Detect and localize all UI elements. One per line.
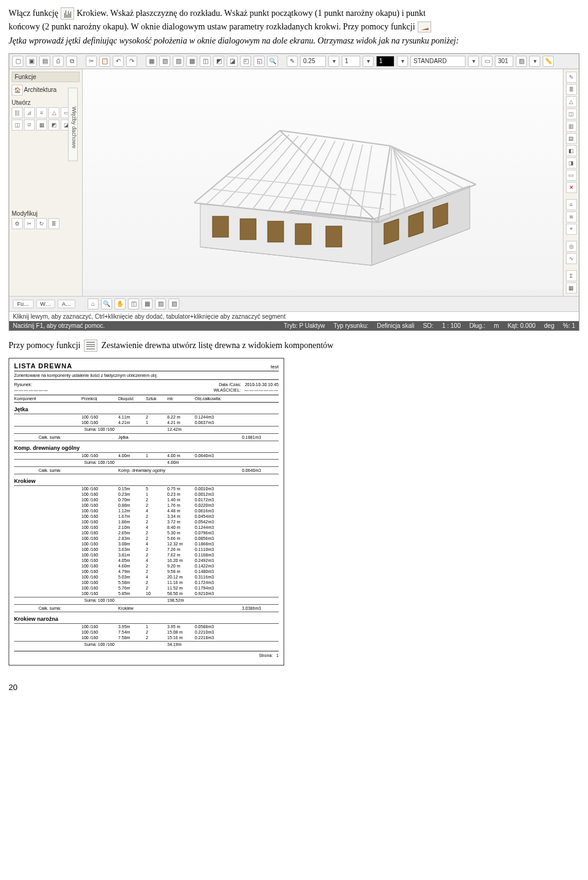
table-row: 100 /1601.86m23.72 m0.0542m3 — [14, 519, 279, 525]
tool-icon[interactable]: ◨ — [566, 157, 577, 169]
bottom-tab[interactable]: W… — [36, 300, 56, 308]
cell-szt: 1 — [146, 420, 167, 425]
zoom-icon[interactable]: 🔍 — [267, 56, 278, 67]
cad-viewport[interactable] — [83, 69, 563, 290]
tool-icon[interactable]: ▭ — [566, 170, 577, 181]
tool-icon[interactable]: ≋ — [566, 211, 577, 222]
tool-icon[interactable]: ◰ — [240, 56, 251, 67]
tool-icon[interactable]: ≣ — [566, 84, 577, 95]
cell-mb: 11.16 m — [167, 580, 195, 585]
tool-icon[interactable]: ◎ — [566, 241, 577, 252]
tool-icon[interactable]: ▦ — [146, 56, 157, 67]
undo-icon[interactable]: ↶ — [113, 56, 124, 67]
toolbar-input-b[interactable]: 1 — [342, 56, 360, 67]
architecture-icon[interactable]: 🏠 — [12, 85, 23, 96]
tool-icon[interactable]: ∿ — [566, 253, 577, 264]
tool-icon[interactable]: ⧄ — [24, 119, 35, 131]
dropdown-icon[interactable]: ▾ — [363, 56, 374, 67]
vertical-tab[interactable]: Więźby dachowe — [68, 88, 78, 161]
bottom-tab[interactable]: A… — [58, 300, 75, 308]
tool-icon[interactable]: ▤ — [566, 133, 577, 144]
cell-przekroj: 100 /160 — [81, 591, 118, 596]
tool-icon[interactable]: ◫ — [200, 56, 211, 67]
cell-przekroj: 100 /160 — [81, 514, 118, 518]
status-so: SO: — [423, 322, 433, 329]
toolbar-code[interactable]: 301 — [495, 56, 513, 67]
tool-icon[interactable]: ◱ — [254, 56, 265, 67]
wlasciciel-dash: ——————— — [244, 388, 279, 392]
save-icon[interactable]: ▤ — [39, 56, 50, 67]
pan-icon[interactable]: ✋ — [115, 298, 126, 309]
new-icon[interactable]: ▢ — [12, 56, 23, 67]
tool-icon[interactable]: ⊿ — [24, 107, 35, 118]
svg-line-15 — [390, 146, 476, 184]
tool-icon[interactable]: ▦ — [36, 119, 47, 131]
dropdown-icon[interactable]: ▾ — [468, 56, 479, 67]
toolbar-input-c[interactable]: 1 — [376, 56, 394, 67]
tool-icon[interactable]: ◫ — [12, 119, 23, 131]
cut-icon[interactable]: ✂ — [86, 56, 97, 67]
total-row: Całk. suma:Jętka0.1881m3 — [14, 433, 279, 441]
paste-icon[interactable]: 📋 — [99, 56, 110, 67]
tool-icon[interactable]: ▨ — [168, 298, 179, 309]
tool-icon[interactable]: ≡ — [36, 107, 47, 118]
tool-icon[interactable]: ||| — [12, 107, 23, 118]
cell-przekroj: 100 /160 — [81, 569, 118, 574]
tool-icon[interactable]: ◪ — [227, 56, 238, 67]
tool-icon[interactable]: ▧ — [159, 56, 170, 67]
cell-przekroj: 100 /160 — [81, 564, 118, 568]
open-icon[interactable]: ▣ — [26, 56, 37, 67]
zoom-extents-icon[interactable]: ⌂ — [88, 298, 99, 309]
tool-icon[interactable]: △ — [48, 107, 59, 118]
tool-icon[interactable]: ▦ — [141, 298, 153, 309]
hatch-icon[interactable]: ▨ — [516, 56, 527, 67]
intro-text-3: Jętka wprowadź jętki definiując wysokość… — [9, 36, 459, 45]
tool-icon[interactable]: △ — [566, 96, 577, 107]
tool-icon[interactable]: ≣ — [48, 218, 59, 229]
bottom-tab[interactable]: Fu… — [13, 300, 34, 308]
tool-icon[interactable]: ▨ — [173, 56, 184, 67]
copy-icon[interactable]: ⧉ — [66, 56, 77, 67]
cell-dl: 5.03m — [118, 575, 146, 579]
tool-icon[interactable]: ▥ — [566, 121, 577, 132]
print-icon[interactable]: ⎙ — [53, 56, 64, 67]
measure-icon[interactable]: 📏 — [543, 56, 554, 67]
toolbar-input-a[interactable]: 0.25 — [300, 56, 326, 67]
tool-icon[interactable]: ▦ — [566, 283, 577, 294]
cell-dl: 0.88m — [118, 503, 146, 507]
cell-mb: 11.52 m — [167, 586, 195, 590]
tool-icon[interactable]: ✎ — [566, 72, 577, 83]
dropdown-icon[interactable]: ▾ — [397, 56, 408, 67]
tool-icon[interactable]: ≡ — [566, 199, 577, 210]
layer-icon[interactable]: ▭ — [481, 56, 492, 67]
redo-icon[interactable]: ↷ — [126, 56, 137, 67]
pager-label: Strona: — [259, 653, 273, 658]
pencil-icon[interactable]: ✎ — [287, 56, 298, 67]
tool-icon[interactable]: ⚙ — [12, 218, 23, 229]
tool-icon[interactable]: ◩ — [48, 119, 59, 131]
tool-icon[interactable]: Σ — [566, 270, 577, 281]
tool-icon[interactable]: ▩ — [186, 56, 197, 67]
cell-szt: 4 — [146, 525, 167, 529]
dropdown-icon[interactable]: ▾ — [328, 56, 339, 67]
table-row: 100 /1601.12m44.48 m0.0616m3 — [14, 508, 279, 514]
tool-icon[interactable]: ✂ — [24, 218, 35, 229]
report-project: test — [271, 364, 279, 370]
tool-icon[interactable]: ◧ — [566, 145, 577, 156]
toolbar-layer-select[interactable]: STANDARD — [410, 56, 466, 67]
table-row: 100 /1604.60m29.20 m0.1422m3 — [14, 563, 279, 569]
tool-icon[interactable]: ◩ — [213, 56, 224, 67]
tool-icon[interactable]: ↻ — [36, 218, 47, 229]
table-row: 100 /1607.54m215.08 m0.2210m3 — [14, 629, 279, 635]
dropdown-icon[interactable]: ▾ — [529, 56, 540, 67]
tool-icon[interactable]: ◫ — [128, 298, 139, 309]
table-row: 100 /1604.21m14.21 m0.0637m3 — [14, 420, 279, 425]
tool-icon[interactable]: ⌖ — [566, 224, 577, 235]
krokiew-function-icon — [61, 7, 74, 20]
cell-szt: 2 — [146, 630, 167, 634]
tool-icon[interactable]: ◫ — [566, 108, 577, 119]
tool-icon[interactable]: ▧ — [155, 298, 166, 309]
table-row: 100 /1600.23m10.23 m0.0012m3 — [14, 491, 279, 497]
delete-icon[interactable]: ✕ — [566, 182, 577, 193]
zoom-icon[interactable]: 🔍 — [101, 298, 112, 309]
